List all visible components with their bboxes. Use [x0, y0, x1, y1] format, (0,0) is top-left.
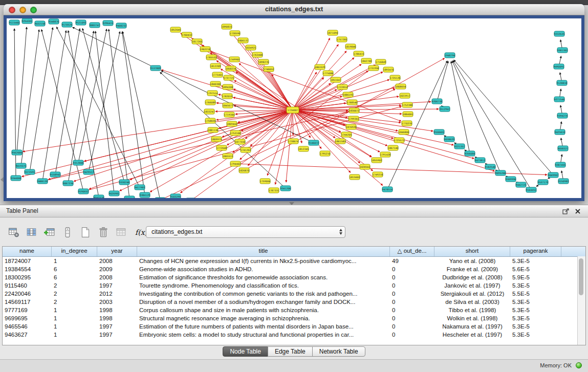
citation-edge-red[interactable] [293, 110, 373, 171]
column-header-3[interactable]: title [137, 247, 390, 256]
table-row[interactable]: 1456911722003Disruption of a novel membe… [3, 298, 585, 306]
graph-node[interactable]: 1871094 [328, 30, 338, 35]
graph-node[interactable]: 1794402 [230, 161, 241, 166]
graph-node[interactable]: 1876928 [346, 124, 357, 129]
graph-node[interactable]: 1731958 [368, 65, 379, 71]
graph-node[interactable]: 9137809 [150, 65, 161, 71]
table-selector-dropdown[interactable]: citations_edges.txt [146, 226, 345, 238]
citation-edge-red[interactable] [236, 72, 293, 110]
delete-table-icon[interactable] [98, 227, 109, 238]
vertical-scrollbar[interactable] [577, 256, 585, 345]
collapse-left-handle[interactable] [1, 177, 4, 182]
graph-node[interactable]: 9265740 [124, 196, 135, 198]
graph-node[interactable]: 1898276 [258, 59, 269, 64]
graph-node[interactable]: 9254301 [22, 18, 33, 24]
graph-node[interactable]: 1948794 [445, 53, 455, 58]
graph-node[interactable]: 1735126 [390, 75, 401, 80]
graph-node[interactable]: 1722814 [337, 84, 348, 90]
graph-node[interactable]: 1819846 [345, 44, 356, 49]
graph-node[interactable]: 1775401 [212, 72, 223, 77]
graph-node[interactable]: 9271546 [554, 97, 565, 102]
graph-node[interactable]: 1787331 [269, 188, 279, 193]
graph-node[interactable]: 1845677 [223, 103, 233, 108]
citation-edge-black[interactable] [89, 32, 120, 172]
graph-node[interactable]: 1763408 [252, 52, 263, 57]
citation-edge-red[interactable] [23, 110, 293, 151]
scrollbar-thumb[interactable] [579, 258, 583, 295]
graph-node[interactable]: 9103295 [170, 194, 181, 198]
table-row[interactable]: 969969511998Structural magnetic resonanc… [3, 314, 585, 322]
graph-node[interactable]: 1738674 [288, 139, 299, 144]
graph-node[interactable]: 1852045 [170, 27, 181, 32]
new-table-icon[interactable] [80, 227, 91, 238]
graph-node[interactable]: 9146072 [309, 140, 319, 145]
graph-node[interactable]: 9083747 [90, 23, 100, 28]
citation-edge-red[interactable] [89, 110, 293, 189]
graph-node[interactable]: 9451867 [155, 198, 166, 198]
citation-edge-red[interactable] [293, 65, 375, 110]
graph-node[interactable]: 1749218 [373, 172, 383, 177]
graph-node[interactable]: 1759004 [260, 179, 271, 184]
graph-node[interactable]: 1812209 [210, 63, 221, 69]
graph-node[interactable]: 9558401 [434, 129, 445, 135]
graph-node[interactable]: 9512947 [440, 106, 450, 112]
graph-node[interactable]: 9309996 [506, 177, 516, 182]
graph-node[interactable]: 9019375 [16, 163, 27, 168]
graph-node[interactable]: 9049907 [548, 172, 559, 178]
graph-node[interactable]: 9312806 [73, 160, 84, 165]
graph-node[interactable]: 9058327 [558, 146, 569, 151]
graph-node[interactable]: 1894308 [223, 84, 233, 90]
import-table-icon[interactable] [116, 227, 127, 238]
citation-edge-black[interactable] [95, 31, 114, 193]
graph-node[interactable]: 1867140 [388, 145, 399, 150]
citation-edge-black[interactable] [21, 30, 39, 166]
citation-edge-red[interactable] [49, 110, 293, 180]
graph-node[interactable]: 9361363 [557, 48, 568, 53]
graph-node[interactable]: 9287455 [555, 162, 566, 167]
graph-node[interactable]: 1806137 [238, 38, 249, 43]
graph-node[interactable]: 9394274 [557, 113, 568, 118]
graph-node[interactable]: 9296415 [103, 20, 114, 26]
citation-edge-red[interactable] [293, 110, 453, 145]
graph-node[interactable]: 9170524 [62, 22, 73, 27]
table-row[interactable]: 1872400712008Changes of HCN gene express… [3, 257, 585, 265]
graph-node[interactable]: 9486120 [37, 179, 48, 184]
citation-edge-black[interactable] [452, 61, 500, 173]
graph-hub-node[interactable]: 1724007 [287, 107, 299, 113]
graph-node[interactable]: 1902218 [200, 47, 211, 52]
graph-node[interactable]: 1893470 [383, 67, 394, 72]
graph-node[interactable]: 1826870 [239, 168, 250, 173]
graph-node[interactable]: 1758820 [205, 118, 216, 123]
table-row[interactable]: 1830029562008Estimation of significance … [3, 273, 585, 281]
graph-node[interactable]: 1890815 [222, 24, 232, 29]
table-row[interactable]: 977716911998Corpus callosum shape and si… [3, 306, 585, 314]
citation-edge-black[interactable] [437, 61, 448, 101]
graph-node[interactable]: 9190652 [78, 189, 89, 194]
graph-node[interactable]: 9348876 [49, 19, 59, 24]
show-columns-icon[interactable] [26, 227, 37, 238]
citation-edge-red[interactable] [74, 110, 293, 181]
column-header-1[interactable]: in_degree [52, 247, 97, 256]
graph-node[interactable]: 1881136 [208, 127, 219, 133]
graph-node[interactable]: 1812345 [298, 146, 309, 151]
graph-node[interactable]: 1768540 [347, 100, 358, 105]
graph-node[interactable]: 9543378 [94, 195, 104, 198]
graph-node[interactable]: 1861583 [335, 139, 346, 144]
graph-node[interactable]: 1775086 [323, 71, 334, 76]
graph-node[interactable]: 1884061 [403, 112, 413, 117]
citation-edge-black[interactable] [73, 27, 156, 68]
graph-node[interactable]: 9206738 [432, 99, 443, 104]
citation-edge-black[interactable] [14, 29, 16, 178]
graph-node[interactable]: 1797514 [207, 91, 218, 96]
graph-node[interactable]: 9562684 [12, 150, 23, 155]
float-panel-icon[interactable] [562, 208, 570, 215]
graph-node[interactable]: 1749965 [229, 57, 240, 62]
table-row[interactable]: 1938455462009Genome-wide association stu… [3, 265, 585, 273]
citation-edge-black[interactable] [122, 32, 145, 195]
graph-node[interactable]: 1737721 [224, 75, 234, 80]
column-header-0[interactable]: name [3, 247, 52, 256]
graph-node[interactable]: 1772648 [216, 145, 227, 150]
graph-node[interactable]: 1746652 [264, 67, 274, 72]
graph-node[interactable]: 1744205 [341, 132, 352, 137]
graph-node[interactable]: 1791428 [380, 152, 391, 157]
